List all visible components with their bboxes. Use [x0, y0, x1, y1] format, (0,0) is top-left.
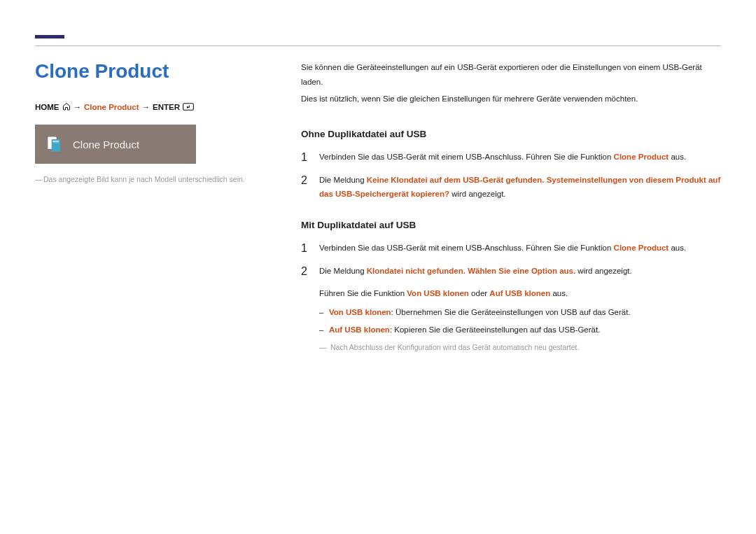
svg-rect-3: [52, 141, 59, 143]
intro-paragraph-2: Dies ist nützlich, wenn Sie die gleichen…: [301, 92, 721, 106]
restart-footnote: Nach Abschluss der Konfiguration wird da…: [319, 341, 721, 354]
tile-label: Clone Product: [73, 139, 139, 150]
dash-item-auf-usb: Auf USB klonen: Kopieren Sie die Gerätee…: [319, 323, 721, 337]
step-number: 1: [301, 241, 309, 256]
right-column: Sie können die Geräteeinstellungen auf e…: [301, 60, 721, 354]
svg-rect-0: [183, 103, 194, 109]
section-heading-mit: Mit Duplikatdatei auf USB: [301, 217, 721, 234]
breadcrumb-arrow-1: →: [74, 103, 82, 111]
sec2-step-2: 2 Die Meldung Klondatei nicht gefunden. …: [301, 264, 721, 279]
step-body: Verbinden Sie das USB-Gerät mit einem US…: [319, 150, 721, 165]
left-column: Clone Product HOME → Clone Product → ENT…: [35, 60, 273, 354]
step-number: 2: [301, 264, 309, 279]
breadcrumb: HOME → Clone Product → ENTER: [35, 102, 273, 112]
section-heading-ohne: Ohne Duplikatdatei auf USB: [301, 126, 721, 143]
step-body: Die Meldung Keine Klondatei auf dem USB-…: [319, 173, 721, 202]
clone-product-icon: [45, 134, 64, 154]
dash-item-von-usb: Von USB klonen: Übernehmen Sie die Gerät…: [319, 305, 721, 320]
home-icon: [62, 102, 71, 112]
page-title: Clone Product: [35, 60, 273, 83]
breadcrumb-home: HOME: [35, 103, 59, 111]
breadcrumb-enter: ENTER: [153, 103, 180, 111]
breadcrumb-arrow-2: →: [142, 103, 150, 111]
image-disclaimer-note: Das angezeigte Bild kann je nach Modell …: [35, 174, 273, 185]
step-body: Verbinden Sie das USB-Gerät mit einem US…: [319, 241, 721, 256]
step-body: Die Meldung Klondatei nicht gefunden. Wä…: [319, 264, 721, 279]
clone-product-tile: Clone Product: [35, 125, 196, 164]
step-number: 1: [301, 150, 309, 165]
sec1-step-1: 1 Verbinden Sie das USB-Gerät mit einem …: [301, 150, 721, 165]
enter-icon: [183, 103, 194, 112]
sec2-step-1: 1 Verbinden Sie das USB-Gerät mit einem …: [301, 241, 721, 256]
dash-list: Von USB klonen: Übernehmen Sie die Gerät…: [319, 305, 721, 337]
intro-paragraph-1: Sie können die Geräteeinstellungen auf e…: [301, 60, 721, 89]
top-divider: [35, 45, 721, 46]
accent-bar: [35, 35, 64, 38]
sec1-step-2: 2 Die Meldung Keine Klondatei auf dem US…: [301, 173, 721, 202]
sec2-subtext: Führen Sie die Funktion Von USB klonen o…: [319, 286, 721, 301]
breadcrumb-clone: Clone Product: [84, 103, 139, 111]
step-number: 2: [301, 173, 309, 202]
